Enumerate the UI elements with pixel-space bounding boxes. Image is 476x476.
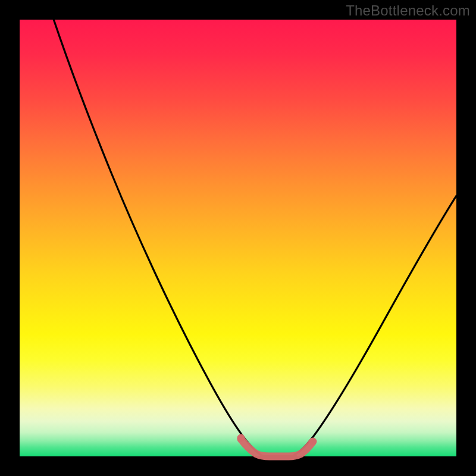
highlight-floor xyxy=(241,439,312,456)
curves-svg xyxy=(20,20,456,456)
highlight-dot-left xyxy=(237,434,245,442)
chart-frame: TheBottleneck.com xyxy=(0,0,476,476)
watermark-text: TheBottleneck.com xyxy=(346,2,470,19)
right-curve xyxy=(295,196,456,455)
highlight-dot-right xyxy=(309,438,317,446)
left-curve xyxy=(46,0,262,456)
plot-area xyxy=(20,20,456,456)
